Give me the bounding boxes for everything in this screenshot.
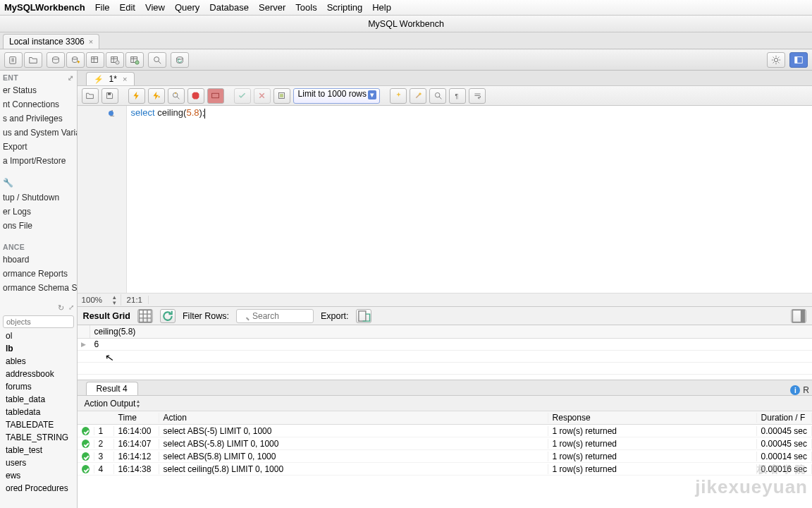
export-button[interactable] [356, 309, 371, 323]
menu-server[interactable]: Server [259, 2, 285, 13]
result-row[interactable]: ▶ 6 [78, 339, 812, 351]
execute-button[interactable] [128, 88, 145, 104]
col-response[interactable]: Response [548, 413, 757, 423]
table-table-data[interactable]: table_data [0, 393, 77, 406]
create-procedure-button[interactable] [125, 52, 144, 68]
editor-content[interactable]: select ceiling(5.8); [127, 106, 210, 293]
svg-point-18 [435, 92, 440, 97]
success-icon [82, 452, 90, 461]
create-table-button[interactable] [86, 52, 104, 68]
filter-rows-label: Filter Rows: [183, 311, 229, 321]
save-script-button[interactable] [102, 88, 118, 104]
expand-icon[interactable]: ⤢ [68, 74, 73, 82]
action-output-row[interactable]: 1 16:14:00 select ABS(-5) LIMIT 0, 1000 … [78, 425, 812, 437]
explain-button[interactable] [168, 88, 185, 104]
info-icon: i [790, 385, 800, 395]
action-output-row[interactable]: 3 16:14:12 select ABS(5.8) LIMIT 0, 1000… [78, 450, 812, 463]
result-grid[interactable]: ceiling(5.8) ▶ 6 [78, 325, 812, 380]
connection-tab[interactable]: Local instance 3306 × [3, 34, 99, 49]
execute-current-button[interactable] [148, 88, 165, 104]
nav-data-import[interactable]: a Import/Restore [0, 154, 77, 168]
menu-tools[interactable]: Tools [295, 2, 316, 13]
nav-performance-reports[interactable]: ormance Reports [0, 267, 77, 281]
new-sql-tab-button[interactable] [4, 52, 23, 68]
toggle-sidebar-button[interactable] [789, 52, 808, 68]
open-sql-script-button[interactable] [24, 52, 42, 68]
schema-item[interactable]: ol [0, 329, 77, 342]
toggle-autocommit-button[interactable] [207, 88, 224, 104]
col-time[interactable]: Time [114, 413, 159, 423]
grid-view-button[interactable] [137, 309, 153, 323]
schema-item[interactable]: lb [0, 342, 77, 355]
result-grid-label: Result Grid [83, 311, 130, 321]
commit-button[interactable] [234, 88, 251, 104]
menu-file[interactable]: File [95, 2, 110, 13]
nav-client-connections[interactable]: nt Connections [0, 97, 77, 111]
nav-startup-shutdown[interactable]: tup / Shutdown [0, 190, 77, 205]
filter-rows-input[interactable] [236, 309, 314, 323]
toggle-invisible-button[interactable]: ¶ [449, 88, 466, 104]
table-forums[interactable]: forums [0, 380, 77, 393]
nav-data-export[interactable]: Export [0, 140, 77, 154]
result-column-header[interactable]: ceiling(5.8) [90, 325, 140, 338]
settings-button[interactable] [767, 52, 785, 68]
result-tab[interactable]: Result 4 [86, 382, 138, 395]
col-action[interactable]: Action [159, 413, 548, 423]
menu-query[interactable]: Query [175, 2, 199, 13]
nav-status-variables[interactable]: us and System Variab [0, 126, 77, 140]
table-users[interactable]: users [0, 456, 77, 469]
close-icon[interactable]: × [123, 75, 127, 83]
beautify-button[interactable] [390, 88, 407, 104]
schema-filter-input[interactable] [3, 315, 74, 328]
query-tab[interactable]: ⚡ 1* × [86, 72, 135, 85]
wrap-button[interactable] [469, 88, 486, 104]
nav-server-status[interactable]: er Status [0, 83, 77, 97]
sql-editor[interactable]: 1 select ceiling(5.8); [78, 106, 812, 293]
table-addressbook[interactable]: addressbook [0, 368, 77, 380]
inspector-button[interactable] [47, 52, 65, 68]
open-script-button[interactable] [82, 88, 99, 104]
zoom-level[interactable]: 100%▴▾ [78, 294, 121, 306]
nav-options-file[interactable]: ons File [0, 219, 77, 233]
refresh-button[interactable] [160, 309, 176, 323]
toggle-limit-button[interactable] [273, 88, 290, 104]
limit-rows-select[interactable]: Limit to 1000 rows [293, 88, 380, 104]
bolt-icon: ⚡ [94, 75, 104, 84]
col-duration[interactable]: Duration / F [757, 413, 812, 423]
output-type-select[interactable]: Action Output▴▾ [85, 399, 140, 409]
stop-button[interactable] [187, 88, 204, 104]
menu-database[interactable]: Database [209, 2, 249, 13]
menu-help[interactable]: Help [372, 2, 391, 13]
rollback-button[interactable] [254, 88, 271, 104]
mac-menubar: MySQLWorkbench File Edit View Query Data… [0, 0, 812, 16]
create-view-button[interactable] [106, 52, 124, 68]
schema-stored-procedures[interactable]: ored Procedures [0, 482, 77, 495]
refresh-icon[interactable]: ↻ [58, 303, 64, 313]
search-table-data-button[interactable] [148, 52, 166, 68]
table-tabledate[interactable]: TABLEDATE [0, 418, 77, 431]
reconnect-button[interactable] [171, 52, 189, 68]
nav-performance-schema[interactable]: ormance Schema Set [0, 281, 77, 295]
action-output-row[interactable]: 2 16:14:07 select ABS(-5.8) LIMIT 0, 100… [78, 437, 812, 450]
find-button[interactable] [429, 88, 446, 104]
query-tab-strip: ⚡ 1* × [78, 71, 812, 86]
expand-icon[interactable]: ⤢ [68, 303, 74, 313]
table-table-string[interactable]: TABLE_STRING [0, 431, 77, 444]
table-tabledata[interactable]: tabledata [0, 406, 77, 418]
toggle-result-panel-button[interactable] [791, 309, 806, 323]
schema-views[interactable]: ews [0, 469, 77, 482]
nav-users-privileges[interactable]: s and Privileges [0, 111, 77, 126]
nav-server-logs[interactable]: er Logs [0, 205, 77, 219]
close-icon[interactable]: × [89, 37, 93, 46]
menu-view[interactable]: View [145, 2, 165, 13]
window-title-bar: MySQL Workbench [0, 16, 812, 32]
result-cell[interactable]: 6 [90, 339, 104, 349]
nav-dashboard[interactable]: hboard [0, 253, 77, 267]
beautify-button-2[interactable] [410, 88, 426, 104]
menu-edit[interactable]: Edit [120, 2, 135, 13]
schema-tables[interactable]: ables [0, 355, 77, 368]
menu-scripting[interactable]: Scripting [327, 2, 363, 13]
create-schema-button[interactable] [66, 52, 85, 68]
app-name: MySQLWorkbench [4, 2, 85, 13]
table-table-test[interactable]: table_test [0, 444, 77, 456]
